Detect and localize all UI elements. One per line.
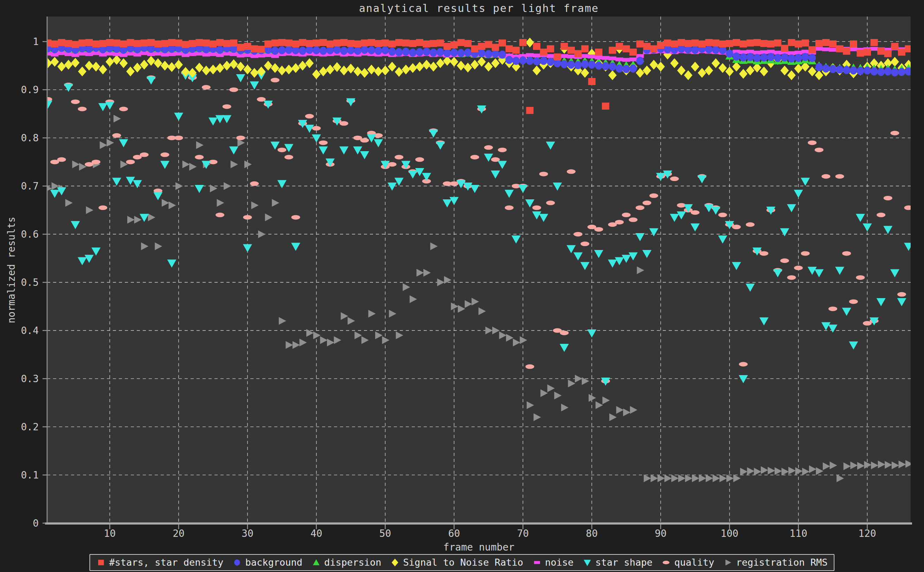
- marker-square: [437, 39, 444, 47]
- marker-square: [72, 41, 79, 48]
- marker-square: [44, 39, 51, 47]
- marker-triangle-right: [726, 560, 731, 565]
- marker-ellipse: [126, 160, 135, 164]
- y-axis-title: normalized results: [6, 216, 17, 323]
- marker-ellipse: [222, 104, 231, 109]
- marker-square: [443, 43, 451, 50]
- marker-square: [292, 40, 300, 47]
- marker-ellipse: [394, 155, 403, 159]
- marker-circle: [575, 61, 582, 69]
- marker-circle: [595, 62, 602, 70]
- marker-square: [877, 48, 885, 55]
- marker-square: [905, 45, 912, 52]
- marker-ellipse: [471, 155, 479, 159]
- marker-square: [740, 40, 747, 47]
- marker-square: [216, 39, 224, 46]
- marker-ellipse: [890, 131, 899, 135]
- diamond-icon: [391, 558, 400, 567]
- marker-ellipse: [539, 172, 548, 176]
- marker-flat-square: [616, 57, 623, 61]
- scatter-plot: analytical results per light frame 10203…: [0, 0, 924, 572]
- marker-flat-square: [822, 47, 830, 51]
- marker-square: [712, 39, 719, 47]
- marker-square: [843, 48, 850, 55]
- marker-circle: [333, 46, 341, 54]
- marker-square: [402, 39, 410, 47]
- marker-square: [664, 39, 671, 47]
- marker-square: [464, 40, 472, 47]
- y-tick-label: 0.4: [21, 325, 39, 336]
- marker-ellipse: [594, 227, 603, 232]
- marker-ellipse: [202, 85, 211, 90]
- marker-circle: [774, 54, 782, 62]
- marker-square: [719, 40, 727, 47]
- marker-ellipse: [746, 222, 755, 227]
- marker-ellipse: [98, 205, 107, 210]
- marker-square: [340, 39, 348, 46]
- marker-ellipse: [739, 362, 748, 366]
- marker-circle: [822, 64, 830, 72]
- marker-circle: [437, 48, 444, 56]
- marker-ellipse: [815, 148, 823, 152]
- marker-square: [51, 40, 58, 47]
- marker-flat-square: [588, 54, 596, 58]
- marker-circle: [272, 47, 279, 55]
- marker-circle: [409, 48, 416, 57]
- marker-square: [891, 43, 898, 50]
- marker-ellipse: [897, 292, 906, 297]
- x-tick-label: 100: [721, 528, 739, 539]
- marker-circle: [443, 49, 451, 57]
- marker-triangle-down: [584, 560, 591, 566]
- marker-circle: [450, 48, 458, 57]
- marker-square: [210, 40, 217, 47]
- marker-ellipse: [216, 213, 224, 217]
- legend-item-label: quality: [674, 556, 714, 569]
- marker-ellipse: [312, 126, 321, 131]
- marker-circle: [506, 56, 513, 64]
- marker-ellipse: [71, 99, 80, 104]
- marker-circle: [905, 67, 912, 76]
- marker-circle: [740, 53, 747, 62]
- marker-square: [774, 39, 782, 47]
- marker-circle: [375, 47, 382, 55]
- marker-circle: [808, 54, 816, 62]
- marker-square: [733, 39, 740, 46]
- marker-square: [898, 48, 905, 56]
- marker-circle: [464, 48, 472, 57]
- marker-square: [595, 48, 602, 56]
- y-tick-label: 1: [33, 36, 39, 47]
- legend-item-noise: noise: [532, 556, 573, 569]
- marker-square: [306, 40, 313, 47]
- marker-square: [471, 45, 478, 52]
- marker-circle: [733, 52, 740, 61]
- marker-circle: [547, 58, 554, 66]
- marker-square: [863, 48, 871, 56]
- y-tick-label: 0.5: [21, 277, 39, 288]
- marker-ellipse: [732, 225, 741, 229]
- marker-flat-square: [526, 53, 534, 57]
- legend-item-background: background: [232, 556, 302, 569]
- marker-square: [685, 40, 692, 47]
- marker-circle: [512, 57, 520, 65]
- marker-circle: [836, 65, 843, 73]
- marker-circle: [815, 63, 823, 71]
- marker-square: [450, 42, 458, 48]
- y-tick-label: 0.2: [21, 421, 39, 433]
- marker-square: [58, 39, 65, 46]
- marker-flat-square: [602, 56, 609, 60]
- marker-square: [643, 43, 651, 50]
- legend-item-label: star shape: [595, 556, 652, 569]
- marker-ellipse: [642, 201, 651, 205]
- x-tick-label: 10: [104, 528, 116, 539]
- marker-square: [753, 39, 761, 46]
- marker-circle: [299, 47, 306, 55]
- marker-ellipse: [670, 177, 679, 181]
- marker-square: [430, 40, 437, 47]
- marker-circle: [395, 48, 402, 56]
- x-tick-label: 110: [789, 528, 807, 539]
- marker-square: [368, 39, 375, 46]
- marker-square: [829, 40, 837, 47]
- marker-square: [884, 50, 891, 57]
- marker-square: [540, 48, 547, 56]
- marker-flat-square: [870, 47, 878, 51]
